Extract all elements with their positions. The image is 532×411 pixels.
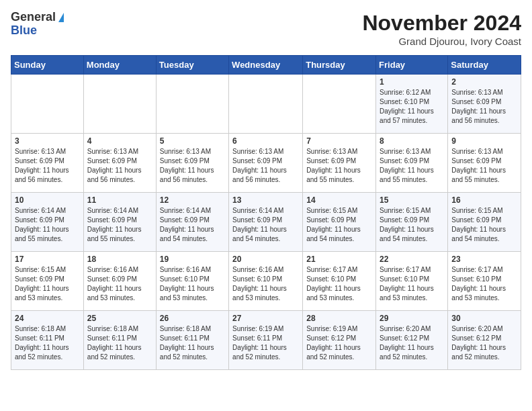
- day-info: Sunrise: 6:17 AM Sunset: 6:10 PM Dayligh…: [451, 265, 517, 303]
- day-number: 27: [232, 314, 299, 323]
- day-number: 24: [15, 314, 80, 323]
- logo-triangle-icon: [58, 13, 64, 22]
- day-info: Sunrise: 6:13 AM Sunset: 6:09 PM Dayligh…: [232, 147, 299, 185]
- month-title: November 2024: [362, 11, 521, 36]
- day-cell: 9Sunrise: 6:13 AM Sunset: 6:09 PM Daylig…: [448, 134, 521, 193]
- day-number: 28: [306, 314, 372, 323]
- day-number: 20: [232, 255, 299, 264]
- day-info: Sunrise: 6:15 AM Sunset: 6:09 PM Dayligh…: [380, 206, 444, 244]
- day-cell: 23Sunrise: 6:17 AM Sunset: 6:10 PM Dayli…: [448, 252, 521, 311]
- day-info: Sunrise: 6:14 AM Sunset: 6:09 PM Dayligh…: [160, 206, 225, 244]
- day-info: Sunrise: 6:15 AM Sunset: 6:09 PM Dayligh…: [451, 206, 517, 244]
- day-cell: 13Sunrise: 6:14 AM Sunset: 6:09 PM Dayli…: [229, 193, 303, 252]
- day-info: Sunrise: 6:13 AM Sunset: 6:09 PM Dayligh…: [87, 147, 152, 185]
- week-row-4: 17Sunrise: 6:15 AM Sunset: 6:09 PM Dayli…: [11, 252, 521, 311]
- day-cell: 5Sunrise: 6:13 AM Sunset: 6:09 PM Daylig…: [156, 134, 228, 193]
- day-number: 9: [451, 136, 517, 146]
- day-number: 11: [87, 195, 152, 205]
- weekday-header-friday: Friday: [376, 56, 448, 75]
- day-number: 12: [160, 195, 225, 205]
- day-number: 6: [232, 136, 299, 146]
- day-number: 30: [451, 314, 517, 323]
- weekday-header-monday: Monday: [83, 56, 156, 75]
- day-info: Sunrise: 6:19 AM Sunset: 6:12 PM Dayligh…: [306, 324, 372, 362]
- day-cell: 6Sunrise: 6:13 AM Sunset: 6:09 PM Daylig…: [229, 134, 303, 193]
- day-cell: 19Sunrise: 6:16 AM Sunset: 6:10 PM Dayli…: [156, 252, 228, 311]
- day-info: Sunrise: 6:19 AM Sunset: 6:11 PM Dayligh…: [232, 324, 299, 362]
- day-cell: 12Sunrise: 6:14 AM Sunset: 6:09 PM Dayli…: [156, 193, 228, 252]
- day-info: Sunrise: 6:13 AM Sunset: 6:09 PM Dayligh…: [306, 147, 372, 185]
- day-info: Sunrise: 6:17 AM Sunset: 6:10 PM Dayligh…: [380, 265, 444, 303]
- page-header: General Blue November 2024 Grand Djourou…: [11, 11, 521, 47]
- day-info: Sunrise: 6:18 AM Sunset: 6:11 PM Dayligh…: [160, 324, 225, 362]
- day-cell: 16Sunrise: 6:15 AM Sunset: 6:09 PM Dayli…: [448, 193, 521, 252]
- day-info: Sunrise: 6:18 AM Sunset: 6:11 PM Dayligh…: [87, 324, 152, 362]
- day-info: Sunrise: 6:15 AM Sunset: 6:09 PM Dayligh…: [15, 265, 80, 303]
- day-info: Sunrise: 6:18 AM Sunset: 6:11 PM Dayligh…: [15, 324, 80, 362]
- day-cell: 22Sunrise: 6:17 AM Sunset: 6:10 PM Dayli…: [376, 252, 448, 311]
- day-number: 15: [380, 195, 444, 205]
- day-info: Sunrise: 6:20 AM Sunset: 6:12 PM Dayligh…: [380, 324, 444, 362]
- week-row-1: 1Sunrise: 6:12 AM Sunset: 6:10 PM Daylig…: [11, 75, 521, 134]
- day-cell: 14Sunrise: 6:15 AM Sunset: 6:09 PM Dayli…: [303, 193, 376, 252]
- weekday-header-tuesday: Tuesday: [156, 56, 228, 75]
- day-info: Sunrise: 6:13 AM Sunset: 6:09 PM Dayligh…: [160, 147, 225, 185]
- day-info: Sunrise: 6:17 AM Sunset: 6:10 PM Dayligh…: [306, 265, 372, 303]
- day-info: Sunrise: 6:20 AM Sunset: 6:12 PM Dayligh…: [451, 324, 517, 362]
- day-cell: 28Sunrise: 6:19 AM Sunset: 6:12 PM Dayli…: [303, 311, 376, 370]
- weekday-header-sunday: Sunday: [11, 56, 84, 75]
- day-number: 21: [306, 255, 372, 264]
- day-number: 29: [380, 314, 444, 323]
- day-cell: [156, 75, 228, 134]
- day-number: 17: [15, 255, 80, 264]
- day-number: 2: [451, 77, 517, 87]
- day-info: Sunrise: 6:14 AM Sunset: 6:09 PM Dayligh…: [232, 206, 299, 244]
- weekday-header-saturday: Saturday: [448, 56, 521, 75]
- day-cell: 20Sunrise: 6:16 AM Sunset: 6:10 PM Dayli…: [229, 252, 303, 311]
- day-cell: [229, 75, 303, 134]
- day-number: 26: [160, 314, 225, 323]
- day-cell: 30Sunrise: 6:20 AM Sunset: 6:12 PM Dayli…: [448, 311, 521, 370]
- day-info: Sunrise: 6:14 AM Sunset: 6:09 PM Dayligh…: [15, 206, 80, 244]
- day-number: 5: [160, 136, 225, 146]
- day-cell: 4Sunrise: 6:13 AM Sunset: 6:09 PM Daylig…: [83, 134, 156, 193]
- day-number: 8: [380, 136, 444, 146]
- day-cell: 11Sunrise: 6:14 AM Sunset: 6:09 PM Dayli…: [83, 193, 156, 252]
- day-info: Sunrise: 6:13 AM Sunset: 6:09 PM Dayligh…: [380, 147, 444, 185]
- week-row-2: 3Sunrise: 6:13 AM Sunset: 6:09 PM Daylig…: [11, 134, 521, 193]
- day-info: Sunrise: 6:16 AM Sunset: 6:09 PM Dayligh…: [87, 265, 152, 303]
- day-cell: 1Sunrise: 6:12 AM Sunset: 6:10 PM Daylig…: [376, 75, 448, 134]
- day-number: 1: [380, 77, 444, 87]
- location-title: Grand Djourou, Ivory Coast: [362, 36, 521, 47]
- day-info: Sunrise: 6:12 AM Sunset: 6:10 PM Dayligh…: [380, 88, 444, 126]
- week-row-3: 10Sunrise: 6:14 AM Sunset: 6:09 PM Dayli…: [11, 193, 521, 252]
- day-info: Sunrise: 6:16 AM Sunset: 6:10 PM Dayligh…: [232, 265, 299, 303]
- day-cell: 27Sunrise: 6:19 AM Sunset: 6:11 PM Dayli…: [229, 311, 303, 370]
- day-cell: [303, 75, 376, 134]
- day-number: 25: [87, 314, 152, 323]
- day-info: Sunrise: 6:13 AM Sunset: 6:09 PM Dayligh…: [15, 147, 80, 185]
- day-cell: [11, 75, 84, 134]
- day-cell: 3Sunrise: 6:13 AM Sunset: 6:09 PM Daylig…: [11, 134, 84, 193]
- day-number: 13: [232, 195, 299, 205]
- day-number: 14: [306, 195, 372, 205]
- day-cell: 29Sunrise: 6:20 AM Sunset: 6:12 PM Dayli…: [376, 311, 448, 370]
- day-info: Sunrise: 6:16 AM Sunset: 6:10 PM Dayligh…: [160, 265, 225, 303]
- week-row-5: 24Sunrise: 6:18 AM Sunset: 6:11 PM Dayli…: [11, 311, 521, 370]
- day-cell: 7Sunrise: 6:13 AM Sunset: 6:09 PM Daylig…: [303, 134, 376, 193]
- day-number: 4: [87, 136, 152, 146]
- day-number: 7: [306, 136, 372, 146]
- day-number: 10: [15, 195, 80, 205]
- weekday-header-wednesday: Wednesday: [229, 56, 303, 75]
- logo-general-text: General: [11, 11, 56, 24]
- day-cell: 2Sunrise: 6:13 AM Sunset: 6:09 PM Daylig…: [448, 75, 521, 134]
- logo: General Blue: [11, 11, 64, 38]
- day-info: Sunrise: 6:13 AM Sunset: 6:09 PM Dayligh…: [451, 88, 517, 126]
- day-info: Sunrise: 6:13 AM Sunset: 6:09 PM Dayligh…: [451, 147, 517, 185]
- day-cell: 26Sunrise: 6:18 AM Sunset: 6:11 PM Dayli…: [156, 311, 228, 370]
- day-cell: 15Sunrise: 6:15 AM Sunset: 6:09 PM Dayli…: [376, 193, 448, 252]
- weekday-header-row: SundayMondayTuesdayWednesdayThursdayFrid…: [11, 56, 521, 75]
- day-info: Sunrise: 6:15 AM Sunset: 6:09 PM Dayligh…: [306, 206, 372, 244]
- day-cell: [83, 75, 156, 134]
- day-cell: 21Sunrise: 6:17 AM Sunset: 6:10 PM Dayli…: [303, 252, 376, 311]
